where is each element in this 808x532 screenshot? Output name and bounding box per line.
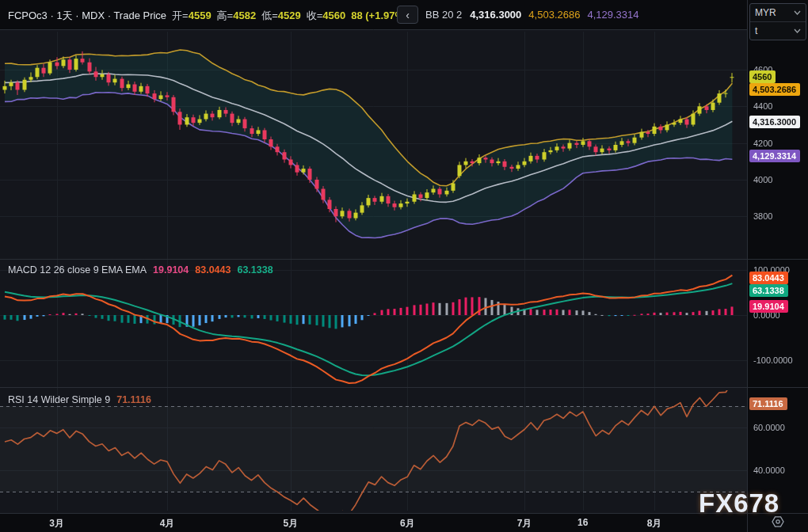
rsi-legend-title: RSI 14 Wilder Simple 9: [8, 394, 110, 405]
axis-tick: 4400: [753, 101, 772, 112]
last-price-badge: 4560: [749, 70, 776, 83]
rsi-value-badge: 71.1116: [749, 397, 787, 410]
symbol-title: FCPOc3 · 1天 · MDX · Trade Price: [8, 10, 166, 21]
time-axis-label: 6月: [400, 517, 415, 530]
macd-legend-values: 19.910483.044363.1338: [147, 264, 273, 276]
ohlc-value: 4529: [278, 10, 301, 21]
macd-legend-value: 63.1338: [237, 264, 273, 276]
macd-line-badge: 83.0443: [749, 272, 788, 284]
unit-dropdown[interactable]: t: [750, 21, 806, 40]
ohlc-label: 高=: [217, 10, 234, 21]
bollinger-legend: BB 20 24,316.30004,503.26864,129.3314: [425, 9, 639, 21]
bb-upper-value: 4,503.2686: [528, 9, 580, 21]
macd-legend-title: MACD 12 26 close 9 EMA EMA: [8, 264, 147, 276]
time-axis-label: 8月: [647, 517, 662, 530]
bb-lower-badge: 4,129.3314: [749, 150, 800, 162]
ohlc-label: 低=: [261, 10, 278, 21]
unit-value: t: [755, 25, 757, 36]
macd-signal-badge: 63.1338: [749, 284, 788, 297]
rsi-legend-value: 71.1116: [116, 394, 151, 405]
axis-settings-icon[interactable]: [772, 515, 784, 528]
time-axis-label: 3月: [49, 517, 64, 530]
legend-collapse-button[interactable]: ‹: [397, 6, 418, 24]
currency-dropdown[interactable]: MYR: [750, 4, 806, 21]
macd-legend: MACD 12 26 close 9 EMA EMA19.910483.0443…: [8, 264, 273, 276]
chevron-down-icon: [794, 28, 801, 33]
watermark: FX678: [699, 488, 779, 519]
chevron-down-icon: [794, 10, 801, 15]
ohlc-label: 收=: [307, 10, 323, 21]
axis-tick: 60.0000: [753, 422, 785, 433]
time-axis-label: 7月: [517, 517, 532, 530]
ohlc-values: 开=4559高=4582低=4529收=4560: [166, 10, 345, 21]
axis-tick: 4000: [753, 174, 772, 185]
axis-tick: 3800: [753, 211, 772, 222]
axis-unit-selectors: MYR t: [749, 3, 806, 40]
bb-basis-value: 4,316.3000: [470, 9, 521, 21]
time-axis-label: 4月: [160, 517, 175, 530]
ohlc-value: 4559: [189, 10, 212, 21]
bb-lower-value: 4,129.3314: [587, 9, 638, 21]
axis-tick: 4200: [753, 138, 772, 149]
time-axis-label: 16: [577, 517, 588, 528]
ohlc-value: 4560: [322, 10, 345, 21]
currency-value: MYR: [755, 7, 776, 18]
rsi-legend: RSI 14 Wilder Simple 971.1116: [8, 394, 151, 405]
bb-upper-badge: 4,503.2686: [749, 83, 800, 96]
chevron-left-icon: ‹: [406, 9, 410, 21]
axis-tick: 40.0000: [753, 465, 785, 476]
macd-hist-badge: 19.9104: [749, 300, 788, 313]
symbol-legend: FCPOc3 · 1天 · MDX · Trade Price开=4559高=4…: [8, 9, 407, 23]
ohlc-label: 开=: [172, 10, 189, 21]
bb-basis-badge: 4,316.3000: [749, 116, 800, 128]
axis-tick: -100.0000: [753, 355, 793, 366]
macd-legend-value: 83.0443: [195, 264, 231, 276]
time-axis-label: 5月: [283, 517, 298, 530]
bollinger-legend-title: BB 20 2: [425, 9, 462, 21]
trading-chart-app: FCPOc3 · 1天 · MDX · Trade Price开=4559高=4…: [0, 0, 808, 532]
ohlc-value: 4582: [233, 10, 256, 21]
macd-legend-value: 19.9104: [153, 264, 189, 276]
